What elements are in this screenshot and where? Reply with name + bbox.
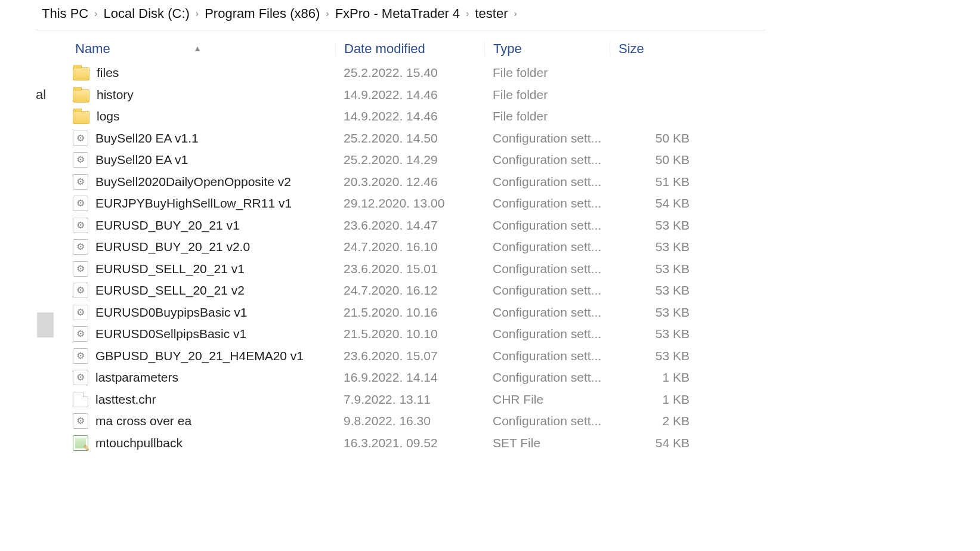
- file-name: mtouchpullback: [95, 436, 183, 450]
- cell-date: 14.9.2022. 14.46: [335, 109, 484, 123]
- cell-type: Configuration sett...: [484, 349, 610, 363]
- breadcrumb[interactable]: This PC›Local Disk (C:)›Program Files (x…: [42, 6, 956, 21]
- cell-size: 53 KB: [610, 218, 693, 233]
- cell-date: 25.2.2020. 14.50: [335, 131, 484, 146]
- cell-name: BuySell20 EA v1: [67, 152, 335, 168]
- gear-icon: [73, 413, 88, 429]
- file-name: EURUSD_BUY_20_21 v2.0: [95, 240, 250, 254]
- sort-ascending-icon: ▴: [195, 42, 200, 54]
- list-item[interactable]: GBPUSD_BUY_20_21_H4EMA20 v123.6.2020. 15…: [67, 345, 693, 367]
- cell-date: 16.3.2021. 09.52: [335, 436, 484, 450]
- cell-date: 7.9.2022. 13.11: [335, 392, 484, 407]
- cell-type: Configuration sett...: [484, 370, 610, 385]
- list-item[interactable]: files25.2.2022. 15.40File folder: [67, 62, 693, 84]
- cell-size: 1 KB: [610, 370, 693, 385]
- cell-name: logs: [67, 109, 335, 124]
- list-item[interactable]: EURUSD0BuypipsBasic v121.5.2020. 10.16Co…: [67, 302, 693, 324]
- file-name: EURUSD_SELL_20_21 v1: [95, 262, 245, 276]
- gear-icon: [73, 305, 88, 320]
- cell-type: Configuration sett...: [484, 153, 610, 167]
- gear-icon: [73, 348, 88, 364]
- list-item[interactable]: BuySell2020DailyOpenOpposite v220.3.2020…: [67, 171, 693, 193]
- list-item[interactable]: BuySell20 EA v1.125.2.2020. 14.50Configu…: [67, 128, 693, 150]
- file-name: EURJPYBuyHighSellLow_RR11 v1: [95, 196, 292, 211]
- gear-icon: [73, 326, 88, 342]
- cell-size: 53 KB: [610, 349, 693, 363]
- file-list: Name ▴ Date modified Type Size files25.2…: [67, 36, 693, 454]
- breadcrumb-item[interactable]: This PC: [42, 6, 88, 21]
- file-name: EURUSD_BUY_20_21 v1: [95, 218, 240, 233]
- cell-size: 54 KB: [610, 436, 693, 450]
- breadcrumb-item[interactable]: Program Files (x86): [205, 6, 320, 21]
- cell-name: files: [67, 65, 335, 81]
- cell-name: ma cross over ea: [67, 413, 335, 429]
- file-name: ma cross over ea: [95, 414, 191, 428]
- cell-date: 25.2.2022. 15.40: [335, 66, 484, 80]
- cell-size: 53 KB: [610, 283, 693, 298]
- column-header-type[interactable]: Type: [484, 41, 610, 57]
- column-header-date[interactable]: Date modified: [335, 41, 484, 57]
- cell-date: 23.6.2020. 15.07: [335, 349, 484, 363]
- list-item[interactable]: EURJPYBuyHighSellLow_RR11 v129.12.2020. …: [67, 193, 693, 215]
- cell-type: Configuration sett...: [484, 131, 610, 146]
- file-name: lasttest.chr: [95, 392, 156, 407]
- cell-name: EURUSD_BUY_20_21 v1: [67, 218, 335, 233]
- cell-name: lasttest.chr: [67, 392, 335, 407]
- list-item[interactable]: logs14.9.2022. 14.46File folder: [67, 106, 693, 128]
- cell-size: 54 KB: [610, 196, 693, 211]
- chevron-right-icon: ›: [466, 8, 469, 19]
- cell-date: 24.7.2020. 16.12: [335, 283, 484, 298]
- cell-type: File folder: [484, 109, 610, 123]
- file-name: GBPUSD_BUY_20_21_H4EMA20 v1: [95, 349, 304, 363]
- sidebar-fragment: al: [36, 87, 46, 103]
- list-item[interactable]: lastparameters16.9.2022. 14.14Configurat…: [67, 367, 693, 389]
- list-item[interactable]: mtouchpullback16.3.2021. 09.52SET File54…: [67, 432, 693, 454]
- breadcrumb-item[interactable]: FxPro - MetaTrader 4: [335, 6, 460, 21]
- list-item[interactable]: EURUSD_SELL_20_21 v123.6.2020. 15.01Conf…: [67, 258, 693, 280]
- gear-icon: [73, 196, 88, 211]
- column-header-label: Date modified: [344, 41, 425, 56]
- list-item[interactable]: history14.9.2022. 14.46File folder: [67, 84, 693, 106]
- cell-date: 25.2.2020. 14.29: [335, 153, 484, 167]
- cell-date: 21.5.2020. 10.10: [335, 327, 484, 341]
- list-item[interactable]: EURUSD_SELL_20_21 v224.7.2020. 16.12Conf…: [67, 280, 693, 302]
- folder-icon: [73, 111, 89, 124]
- cell-size: 53 KB: [610, 305, 693, 320]
- column-header-size[interactable]: Size: [610, 41, 693, 57]
- list-item[interactable]: EURUSD_BUY_20_21 v123.6.2020. 14.47Confi…: [67, 215, 693, 237]
- cell-name: BuySell2020DailyOpenOpposite v2: [67, 174, 335, 190]
- list-item[interactable]: ma cross over ea9.8.2022. 16.30Configura…: [67, 410, 693, 432]
- cell-name: EURUSD_SELL_20_21 v1: [67, 261, 335, 277]
- list-item[interactable]: EURUSD0SellpipsBasic v121.5.2020. 10.10C…: [67, 323, 693, 345]
- set-file-icon: [73, 435, 88, 451]
- folder-icon: [73, 89, 89, 103]
- file-name: lastparameters: [95, 370, 178, 385]
- cell-type: Configuration sett...: [484, 327, 610, 341]
- cell-size: 50 KB: [610, 153, 693, 167]
- breadcrumb-item[interactable]: Local Disk (C:): [104, 6, 190, 21]
- gear-icon: [73, 239, 88, 255]
- cell-name: lastparameters: [67, 370, 335, 385]
- cell-name: EURUSD0BuypipsBasic v1: [67, 305, 335, 320]
- cell-name: EURJPYBuyHighSellLow_RR11 v1: [67, 196, 335, 211]
- column-header-name[interactable]: Name ▴: [67, 41, 335, 57]
- cell-type: Configuration sett...: [484, 240, 610, 254]
- divider: [36, 30, 765, 30]
- breadcrumb-item[interactable]: tester: [475, 6, 508, 21]
- file-name: BuySell20 EA v1: [95, 153, 188, 167]
- cell-type: SET File: [484, 436, 610, 450]
- scrollbar-thumb[interactable]: [37, 312, 54, 338]
- gear-icon: [73, 131, 88, 146]
- cell-type: Configuration sett...: [484, 305, 610, 320]
- list-item[interactable]: BuySell20 EA v125.2.2020. 14.29Configura…: [67, 149, 693, 171]
- cell-size: 2 KB: [610, 414, 693, 428]
- list-item[interactable]: EURUSD_BUY_20_21 v2.024.7.2020. 16.10Con…: [67, 236, 693, 258]
- cell-date: 23.6.2020. 15.01: [335, 262, 484, 276]
- list-item[interactable]: lasttest.chr7.9.2022. 13.11CHR File1 KB: [67, 389, 693, 411]
- cell-size: 51 KB: [610, 175, 693, 189]
- cell-size: 53 KB: [610, 240, 693, 254]
- cell-type: Configuration sett...: [484, 175, 610, 189]
- chevron-right-icon: ›: [514, 8, 517, 19]
- cell-size: 53 KB: [610, 327, 693, 341]
- gear-icon: [73, 370, 88, 385]
